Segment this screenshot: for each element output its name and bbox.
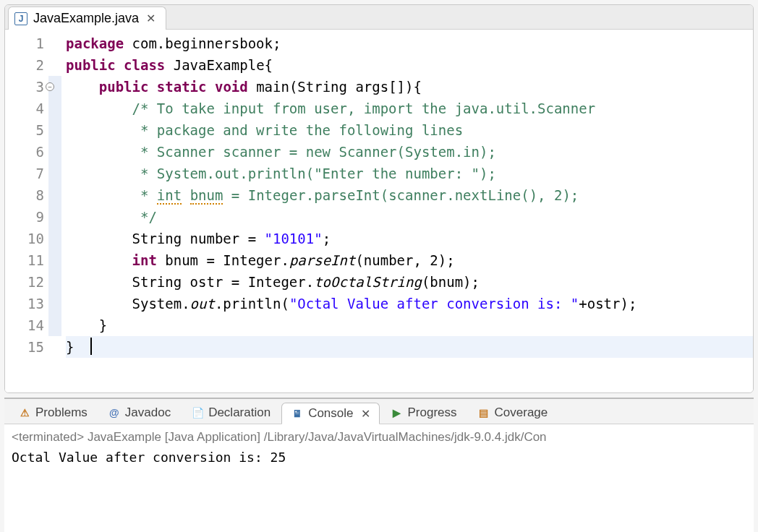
code-content[interactable]: package com.beginnersbook;public class J… (61, 33, 753, 392)
coverage-icon: ▤ (477, 406, 490, 419)
code-line[interactable]: String number = "10101"; (66, 228, 753, 249)
code-line[interactable]: */ (66, 206, 753, 228)
line-number: 7 (5, 163, 44, 184)
view-tab-label: Progress (408, 406, 457, 420)
margin-marker (48, 293, 61, 314)
java-file-icon: J (14, 12, 27, 25)
editor-tab-bar: J JavaExample.java ✕ (5, 5, 753, 30)
bottom-panel: ⚠Problems@Javadoc📄Declaration🖥Console✕▶P… (4, 398, 754, 532)
text-cursor (90, 338, 92, 355)
view-tab-label: Javadoc (125, 406, 171, 420)
fold-toggle-icon[interactable]: − (46, 82, 54, 91)
editor-tab[interactable]: J JavaExample.java ✕ (8, 7, 166, 30)
editor-tab-label: JavaExample.java (33, 11, 139, 26)
margin-marker (48, 54, 61, 76)
line-number: 6 (5, 141, 44, 163)
code-line[interactable]: * int bnum = Integer.parseInt(scanner.ne… (66, 184, 753, 206)
console-output[interactable]: <terminated> JavaExample [Java Applicati… (4, 424, 754, 532)
line-number: 12 (5, 271, 44, 293)
line-number: 3− (5, 76, 44, 98)
code-line[interactable]: * System.out.println("Enter the number: … (66, 163, 753, 184)
margin-marker (48, 336, 61, 358)
line-number: 14 (5, 314, 44, 336)
code-line[interactable]: System.out.println("Octal Value after co… (66, 293, 753, 314)
line-number: 1 (5, 33, 44, 54)
line-number: 4 (5, 98, 44, 119)
margin-marker (48, 141, 61, 163)
margin-marker (48, 249, 61, 271)
margin-marker (48, 314, 61, 336)
code-line[interactable]: public static void main(String args[]){ (66, 76, 753, 98)
view-tab-coverage[interactable]: ▤Coverage (468, 402, 558, 424)
code-line[interactable]: * Scanner scanner = new Scanner(System.i… (66, 141, 753, 163)
progress-icon: ▶ (391, 406, 404, 419)
view-tab-label: Problems (35, 406, 88, 420)
margin-marker (48, 184, 61, 206)
editor-panel: J JavaExample.java ✕ 123−456789101112131… (4, 4, 754, 393)
view-tab-javadoc[interactable]: @Javadoc (98, 402, 180, 424)
code-editor[interactable]: 123−456789101112131415 package com.begin… (5, 30, 753, 392)
margin-marker (48, 98, 61, 119)
code-line[interactable]: } (66, 336, 753, 358)
view-tab-console[interactable]: 🖥Console✕ (281, 403, 379, 424)
code-line[interactable]: /* To take input from user, import the j… (66, 98, 753, 119)
code-line[interactable]: public class JavaExample{ (66, 54, 753, 76)
line-number: 11 (5, 249, 44, 271)
line-number: 10 (5, 228, 44, 249)
close-icon[interactable]: ✕ (145, 12, 157, 25)
console-text-line: Octal Value after conversion is: 25 (12, 447, 746, 468)
console-icon: 🖥 (291, 407, 304, 420)
margin-marker (48, 271, 61, 293)
margin-marker (48, 206, 61, 228)
view-tab-label: Console (308, 406, 353, 421)
code-line[interactable]: * package and write the following lines (66, 119, 753, 141)
line-number: 15 (5, 336, 44, 358)
line-number: 2 (5, 54, 44, 76)
view-tab-declaration[interactable]: 📄Declaration (182, 402, 280, 424)
console-process-line: <terminated> JavaExample [Java Applicati… (12, 427, 746, 447)
close-icon[interactable]: ✕ (361, 407, 370, 421)
code-line[interactable]: String ostr = Integer.toOctalString(bnum… (66, 271, 753, 293)
problems-icon: ⚠ (18, 406, 31, 419)
view-tab-progress[interactable]: ▶Progress (381, 402, 467, 424)
view-tab-label: Declaration (208, 406, 271, 420)
margin-marker (48, 33, 61, 54)
view-tab-bar: ⚠Problems@Javadoc📄Declaration🖥Console✕▶P… (4, 399, 754, 424)
view-tab-label: Coverage (495, 406, 548, 420)
declaration-icon: 📄 (191, 406, 204, 419)
line-number: 9 (5, 206, 44, 228)
margin-marker (48, 119, 61, 141)
javadoc-icon: @ (108, 406, 121, 419)
margin-marker (48, 163, 61, 184)
code-line[interactable]: int bnum = Integer.parseInt(number, 2); (66, 249, 753, 271)
line-number: 8 (5, 184, 44, 206)
line-number: 5 (5, 119, 44, 141)
code-line[interactable]: package com.beginnersbook; (66, 33, 753, 54)
line-number-gutter: 123−456789101112131415 (5, 33, 48, 392)
margin-marker (48, 228, 61, 249)
view-tab-problems[interactable]: ⚠Problems (9, 402, 97, 424)
line-number: 13 (5, 293, 44, 314)
code-line[interactable]: } (66, 314, 753, 336)
